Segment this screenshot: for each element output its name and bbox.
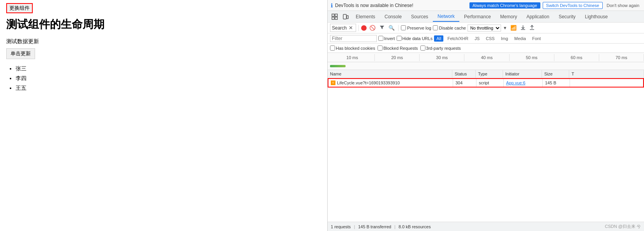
svg-rect-1 <box>335 14 337 16</box>
network-table-header: Name Status Type Initiator Size T <box>328 70 644 78</box>
filter-type-all[interactable]: All <box>434 35 443 42</box>
status-watermark: CSDN @归去来 兮 <box>605 224 641 229</box>
tab-network[interactable]: Network <box>433 12 459 22</box>
network-table: Name Status Type Initiator Size T V Life… <box>328 70 644 222</box>
invert-label[interactable]: Invert <box>378 36 395 41</box>
replace-component-button[interactable]: 更换组件 <box>6 3 33 13</box>
separator <box>358 25 359 31</box>
filter-row: Invert Hide data URLs All Fetch/XHR JS C… <box>328 33 644 44</box>
disable-cache-label[interactable]: Disable cache <box>433 25 466 30</box>
match-language-button[interactable]: Always match Chrome's language <box>469 2 540 9</box>
tab-elements[interactable]: Elements <box>351 12 380 21</box>
separator2 <box>398 25 399 31</box>
timeline-waterfall-area <box>328 62 644 70</box>
inspect-icon-button[interactable] <box>329 12 340 21</box>
preserve-log-checkbox[interactable] <box>401 25 406 30</box>
tab-sources[interactable]: Sources <box>406 12 433 21</box>
svg-rect-4 <box>343 14 346 19</box>
col-header-type[interactable]: Type <box>476 70 503 78</box>
preserve-log-label[interactable]: Preserve log <box>401 25 431 30</box>
has-blocked-cookies-checkbox[interactable] <box>330 46 335 51</box>
page-title: 测试组件的生命周期 <box>6 17 321 32</box>
list-item: 李四 <box>16 74 321 83</box>
throttling-dropdown-icon[interactable]: ▾ <box>503 24 508 31</box>
devtools-statusbar: 1 requests | 145 B transferred | 8.0 kB … <box>328 222 644 231</box>
initiator-link[interactable]: App.vue:6 <box>506 80 526 85</box>
tab-application[interactable]: Application <box>522 12 554 21</box>
clear-button[interactable]: 🚫 <box>368 24 377 31</box>
list-item: 张三 <box>16 64 321 74</box>
timeline-50ms: 50 ms <box>510 54 554 61</box>
has-blocked-cookies-label[interactable]: Has blocked cookies <box>330 46 375 51</box>
device-toggle-button[interactable] <box>340 12 351 21</box>
filter-type-fetch-xhr[interactable]: Fetch/XHR <box>445 35 471 42</box>
status-transferred: 145 B transferred <box>358 224 391 229</box>
third-party-checkbox[interactable] <box>420 46 425 51</box>
search-icon-button[interactable]: 🔍 <box>387 24 396 31</box>
search-label: Search <box>332 25 347 31</box>
status-sep1: | <box>354 224 355 229</box>
invert-checkbox[interactable] <box>378 36 383 41</box>
filter-input[interactable] <box>330 35 377 42</box>
timeline-40ms: 40 ms <box>464 54 509 61</box>
tab-console[interactable]: Console <box>380 12 406 21</box>
timeline-green-bar <box>330 65 346 67</box>
hide-data-urls-label[interactable]: Hide data URLs <box>397 36 433 41</box>
hide-data-urls-checkbox[interactable] <box>397 36 402 41</box>
blocked-row: Has blocked cookies Blocked Requests 3rd… <box>328 44 644 53</box>
row-type: script <box>476 79 504 87</box>
timeline-70ms: 70 ms <box>599 54 644 61</box>
filter-type-img[interactable]: Img <box>499 35 510 42</box>
tab-security[interactable]: Security <box>554 12 580 21</box>
import-button[interactable] <box>528 24 536 32</box>
col-header-initiator[interactable]: Initiator <box>503 70 542 78</box>
search-box: Search ✕ <box>330 24 356 32</box>
network-row[interactable]: V LifeCycle.vue?t=1690193393910 304 scri… <box>328 78 644 88</box>
filter-type-media[interactable]: Media <box>512 35 528 42</box>
timeline-10ms: 10 ms <box>330 54 375 61</box>
col-header-size[interactable]: Size <box>542 70 569 78</box>
timeline-30ms: 30 ms <box>420 54 464 61</box>
tab-memory[interactable]: Memory <box>496 12 522 21</box>
devtools-notification-bar: ℹ DevTools is now available in Chinese! … <box>328 0 644 11</box>
timeline-20ms: 20 ms <box>375 54 420 61</box>
webpage-panel: 更换组件 测试组件的生命周期 测试数据更新 单击更新 张三 李四 王五 <box>0 0 327 231</box>
col-header-status[interactable]: Status <box>452 70 476 78</box>
vue-file-icon: V <box>331 80 335 85</box>
name-list: 张三 李四 王五 <box>6 64 321 93</box>
status-requests: 1 requests <box>331 224 351 229</box>
row-status: 304 <box>453 79 476 87</box>
export-button[interactable] <box>519 24 527 32</box>
timeline-labels: 10 ms 20 ms 30 ms 40 ms 50 ms 60 ms 70 m… <box>328 53 644 62</box>
disable-cache-checkbox[interactable] <box>433 25 438 30</box>
row-initiator[interactable]: App.vue:6 <box>504 79 543 87</box>
col-header-name[interactable]: Name <box>328 70 452 78</box>
row-name-cell: V LifeCycle.vue?t=1690193393910 <box>328 79 453 87</box>
status-resources: 8.0 kB resources <box>399 224 431 229</box>
filter-type-font[interactable]: Font <box>530 35 543 42</box>
filter-button[interactable] <box>378 24 386 32</box>
filter-type-css[interactable]: CSS <box>483 35 497 42</box>
switch-devtools-button[interactable]: Switch DevTools to Chinese <box>543 2 603 9</box>
close-search-button[interactable]: ✕ <box>348 24 354 31</box>
list-item: 王五 <box>16 83 321 93</box>
blocked-requests-label[interactable]: Blocked Requests <box>378 46 418 51</box>
wifi-icon[interactable]: 📶 <box>509 24 518 31</box>
blocked-requests-checkbox[interactable] <box>378 46 383 51</box>
tab-lighthouse[interactable]: Lighthouse <box>580 12 612 21</box>
notification-text: DevTools is now available in Chinese! <box>335 3 467 8</box>
filter-type-js[interactable]: JS <box>472 35 482 42</box>
devtools-toolbar: Search ✕ 🚫 🔍 Preserve log Disable cache … <box>328 23 644 33</box>
svg-rect-5 <box>347 16 348 19</box>
update-button[interactable]: 单击更新 <box>6 48 35 59</box>
devtools-tabs-bar: Elements Console Sources Network Perform… <box>328 11 644 23</box>
row-size: 145 B <box>543 79 570 87</box>
timeline-60ms: 60 ms <box>554 54 599 61</box>
col-header-time[interactable]: T <box>569 70 644 78</box>
third-party-label[interactable]: 3rd-party requests <box>420 46 461 51</box>
throttling-select[interactable]: No throttling <box>468 24 501 32</box>
svg-rect-2 <box>332 17 334 19</box>
tab-performance[interactable]: Performance <box>459 12 496 21</box>
record-button[interactable] <box>361 25 367 31</box>
dont-show-again-button[interactable]: Don't show again <box>605 2 641 9</box>
